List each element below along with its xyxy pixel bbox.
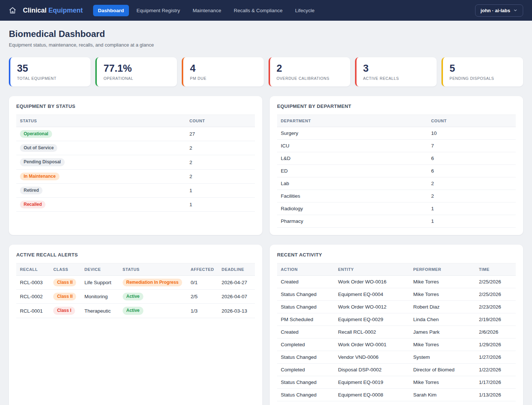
table-cell: RCL-0002	[16, 290, 50, 304]
nav-item-equipment-registry[interactable]: Equipment Registry	[132, 5, 185, 16]
table-cell: 2/25/2026	[475, 276, 516, 288]
stat-value: 35	[17, 63, 84, 74]
table-cell: Class II	[50, 276, 81, 290]
table-row: RCL-0001Class ITherapeuticActive1/32026-…	[16, 304, 255, 318]
table-row: CompletedDisposal DSP-0002Director of Bi…	[277, 364, 516, 376]
table-cell: Work Order WO-0016	[334, 276, 409, 288]
table-cell: Monitoring	[81, 290, 119, 304]
user-menu-button[interactable]: john · ai-labs	[475, 4, 523, 17]
stat-value: 77.1%	[103, 63, 170, 74]
table-cell: 1/17/2026	[475, 376, 516, 389]
table-cell: Completed	[277, 338, 334, 351]
table-cell: 2026-04-07	[218, 290, 255, 304]
stat-card-pending-disposals: 5 PENDING DISPOSALS	[441, 57, 523, 86]
table-cell: Equipment EQ-0029	[334, 313, 409, 326]
table-cell: Pharmacy	[277, 215, 427, 228]
page-subtitle: Equipment status, maintenance, recalls, …	[9, 42, 523, 48]
table-row: RCL-0003Class IILife SupportRemediation …	[16, 276, 255, 290]
table-cell: 1/22/2026	[475, 364, 516, 376]
column-header: ENTITY	[334, 263, 409, 276]
table-cell: Active	[119, 290, 187, 304]
table-cell: 2026-03-13	[218, 304, 255, 318]
status-badge: Remediation In Progress	[123, 279, 182, 286]
table-row: L&D6	[277, 152, 516, 165]
nav-item-dashboard[interactable]: Dashboard	[93, 5, 129, 16]
table-cell: 2	[186, 141, 255, 155]
table-cell: Created	[277, 276, 334, 288]
column-header: DEADLINE	[218, 263, 255, 276]
table-row: Lab2	[277, 177, 516, 190]
status-badge: In Maintenance	[20, 173, 59, 180]
table-cell: 6	[427, 165, 516, 177]
table-cell: Status Changed	[277, 389, 334, 401]
table-cell: 2/23/2026	[475, 301, 516, 313]
stat-card-overdue-calibrations: 2 OVERDUE CALIBRATIONS	[269, 57, 350, 86]
column-header: AFFECTED	[187, 263, 218, 276]
panel-title: ACTIVE RECALL ALERTS	[16, 252, 255, 258]
table-cell: Status Changed	[277, 351, 334, 364]
table-cell: Disposal DSP-0002	[334, 364, 409, 376]
equipment-by-status-table: STATUSCOUNTOperational27Out of Service2P…	[16, 115, 255, 212]
logo-primary: Clinical	[23, 7, 47, 14]
table-cell: Mike Torres	[410, 288, 475, 301]
table-cell: Vendor VND-0006	[334, 351, 409, 364]
table-cell: Facilities	[277, 190, 427, 202]
table-cell: Created	[277, 326, 334, 338]
table-row: CreatedRecall RCL-0002James Park2/6/2026	[277, 326, 516, 338]
table-row: CompletedWork Order WO-0001Mike Torres1/…	[277, 338, 516, 351]
table-row: PM ScheduledEquipment EQ-0029Linda Chen2…	[277, 313, 516, 326]
column-header: DEVICE	[81, 263, 119, 276]
table-row: RCL-0002Class IIMonitoringActive2/52026-…	[16, 290, 255, 304]
table-row: Status ChangedWork Order WO-0012Robert D…	[277, 301, 516, 313]
column-header: COUNT	[427, 115, 516, 127]
stat-label: ACTIVE RECALLS	[363, 76, 430, 81]
table-row: Operational27	[16, 127, 255, 141]
status-badge: Out of Service	[20, 144, 57, 152]
stats-row: 35 TOTAL EQUIPMENT 77.1% OPERATIONAL 4 P…	[9, 57, 523, 86]
status-badge: Active	[123, 293, 143, 300]
table-cell: Work Order WO-0012	[334, 301, 409, 313]
panel-recent-activity: RECENT ACTIVITY ACTIONENTITYPERFORMERTIM…	[270, 245, 523, 405]
top-panels-row: EQUIPMENT BY STATUS STATUSCOUNTOperation…	[9, 96, 523, 235]
panel-equipment-by-department: EQUIPMENT BY DEPARTMENT DEPARTMENTCOUNTS…	[270, 96, 523, 235]
table-row: Recalled1	[16, 197, 255, 211]
panel-equipment-by-status: EQUIPMENT BY STATUS STATUSCOUNTOperation…	[9, 96, 262, 235]
table-cell: Life Support	[81, 276, 119, 290]
column-header: STATUS	[16, 115, 186, 127]
panel-title: EQUIPMENT BY STATUS	[16, 103, 255, 109]
table-cell: James Park	[410, 326, 475, 338]
table-cell: 10	[427, 127, 516, 140]
stat-card-operational: 77.1% OPERATIONAL	[95, 57, 177, 86]
table-cell: Operational	[16, 127, 186, 141]
main-content: Biomedical Dashboard Equipment status, m…	[0, 21, 532, 405]
table-row: ICU7	[277, 140, 516, 152]
nav-item-lifecycle[interactable]: Lifecycle	[290, 5, 320, 16]
table-cell: 7	[427, 140, 516, 152]
status-badge: Class II	[53, 279, 76, 286]
table-cell: 0/1	[187, 276, 218, 290]
column-header: CLASS	[50, 263, 81, 276]
column-header: COUNT	[186, 115, 255, 127]
table-cell: Radiology	[277, 202, 427, 215]
column-header: DEPARTMENT	[277, 115, 427, 127]
nav-item-recalls-compliance[interactable]: Recalls & Compliance	[229, 5, 287, 16]
nav-item-maintenance[interactable]: Maintenance	[188, 5, 226, 16]
stat-label: OPERATIONAL	[103, 76, 170, 81]
table-cell: Mike Torres	[410, 338, 475, 351]
table-cell: Status Changed	[277, 288, 334, 301]
table-cell: Robert Diaz	[410, 301, 475, 313]
stat-card-pm-due: 4 PM DUE	[182, 57, 263, 86]
table-cell: Lab	[277, 177, 427, 190]
table-cell: 1/13/2026	[475, 389, 516, 401]
table-row: Surgery10	[277, 127, 516, 140]
logo-accent: Equipment	[48, 7, 83, 14]
status-badge: Class II	[53, 293, 76, 300]
panel-title: EQUIPMENT BY DEPARTMENT	[277, 103, 516, 109]
stat-label: PM DUE	[190, 76, 257, 81]
table-cell: 1	[427, 202, 516, 215]
home-icon[interactable]	[9, 7, 16, 14]
table-cell: 2/5	[187, 290, 218, 304]
table-cell: System	[410, 351, 475, 364]
table-row: Pending Disposal2	[16, 155, 255, 169]
status-badge: Active	[123, 307, 143, 314]
